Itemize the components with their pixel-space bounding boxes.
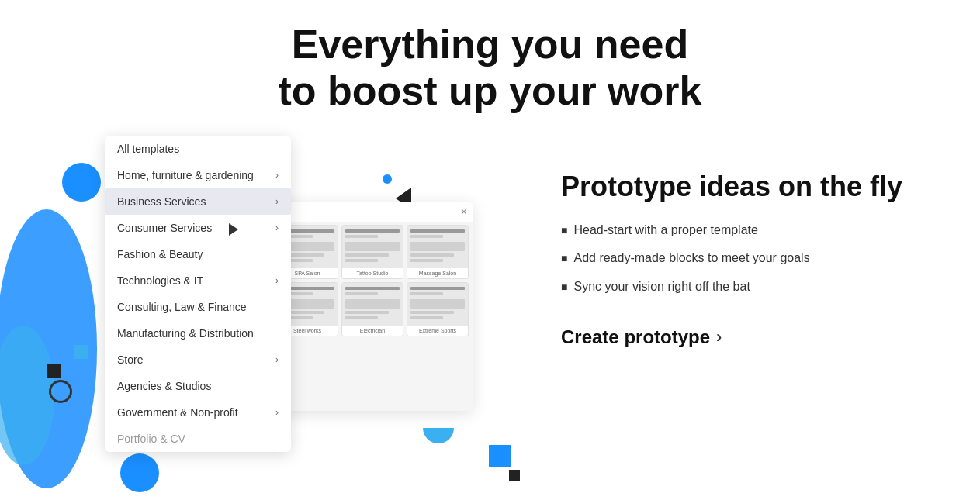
template-card[interactable]: Tattoo Studio [341,225,403,279]
dropdown-item-label: Consumer Services [117,222,212,234]
chevron-right-icon: › [275,196,279,207]
dropdown-item-label: Consulting, Law & Finance [117,301,247,313]
cta-chevron-icon: › [716,327,722,347]
dropdown-item-consulting[interactable]: Consulting, Law & Finance [105,294,291,320]
chevron-right-icon: › [275,170,279,181]
panel-header: × [272,202,473,222]
left-illustration: All templatesHome, furniture & gardening… [0,124,512,496]
feature-bullet-icon: ■ [561,251,567,267]
template-card-label: Massage Salon [407,268,468,278]
prototype-title: Prototype ideas on the fly [561,171,933,203]
feature-item: ■Sync your vision right off the bat [561,278,933,295]
dropdown-item-label: Portfolio & CV [117,433,185,445]
template-card-label: Tattoo Studio [342,268,403,278]
hero-title-line2: to boost up your work [279,68,702,113]
blue-circle-bottom-shape [120,453,159,492]
feature-text: Add ready-made blocks to meet your goals [573,250,809,267]
template-card-image [407,226,468,268]
dropdown-item-label: Government & Non-profit [117,406,238,419]
black-square-bottom-shape [509,470,520,481]
chevron-right-icon: › [275,222,279,233]
chevron-right-icon: › [275,354,279,365]
template-card[interactable]: Massage Salon [407,225,469,279]
dropdown-item-label: Fashion & Beauty [117,248,203,260]
half-circle-bottom-shape [423,428,454,443]
template-card[interactable]: Electrician [341,282,403,336]
template-card-image [342,283,403,326]
dropdown-item-store[interactable]: Store› [105,347,291,373]
category-dropdown: All templatesHome, furniture & gardening… [105,136,291,452]
blue-square-bottom-shape [489,445,511,467]
dropdown-item-home-furniture[interactable]: Home, furniture & gardening› [105,162,291,188]
dropdown-item-government[interactable]: Government & Non-profit› [105,399,291,426]
hero-title: Everything you need to boost up your wor… [0,22,980,115]
dropdown-item-manufacturing[interactable]: Manufacturing & Distribution [105,320,291,347]
circle-outline-shape [49,380,72,403]
chevron-right-icon: › [275,275,279,286]
dropdown-item-portfolio[interactable]: Portfolio & CV [105,426,291,452]
blue-square-small-shape [74,345,88,359]
hero-section: Everything you need to boost up your wor… [0,0,980,115]
template-grid: SPA Salon Tattoo Studio Massage Salon St… [272,222,473,341]
template-card-image [407,283,468,326]
feature-text: Sync your vision right off the bat [573,278,750,295]
feature-bullet-icon: ■ [561,280,567,295]
dropdown-item-all-templates[interactable]: All templates [105,136,291,162]
panel-close-button[interactable]: × [461,206,467,217]
right-section: Prototype ideas on the fly ■Head-start w… [561,171,933,348]
feature-list: ■Head-start with a proper template■Add r… [561,222,933,295]
dropdown-item-fashion-beauty[interactable]: Fashion & Beauty [105,241,291,267]
cta-label: Create prototype [561,326,710,348]
dropdown-item-agencies[interactable]: Agencies & Studios [105,373,291,399]
dropdown-item-label: Home, furniture & gardening [117,169,254,181]
feature-text: Head-start with a proper template [573,222,757,239]
dropdown-item-label: Store [117,353,143,366]
dropdown-item-technologies-it[interactable]: Technologies & IT› [105,267,291,294]
dropdown-item-consumer-services[interactable]: Consumer Services› [105,215,291,241]
template-card-label: Electrician [342,326,403,336]
dropdown-item-label: Manufacturing & Distribution [117,327,254,340]
dropdown-item-label: Business Services [117,195,206,208]
black-square-small-shape [47,364,61,378]
template-card-label: Extreme Sports [407,326,468,336]
feature-item: ■Head-start with a proper template [561,222,933,239]
hero-title-line1: Everything you need [292,22,688,67]
template-panel: × SPA Salon Tattoo Studio Massage Salon … [272,202,473,411]
create-prototype-button[interactable]: Create prototype › [561,326,722,348]
template-card-image [342,226,403,268]
chevron-right-icon: › [275,407,279,418]
dropdown-item-label: All templates [117,143,179,155]
dropdown-item-label: Agencies & Studios [117,380,211,392]
feature-bullet-icon: ■ [561,223,567,239]
dropdown-item-label: Technologies & IT [117,274,203,287]
blue-dot-small-shape [383,174,392,184]
dropdown-item-business-services[interactable]: Business Services› [105,188,291,215]
feature-item: ■Add ready-made blocks to meet your goal… [561,250,933,267]
template-card[interactable]: Extreme Sports [407,282,469,336]
